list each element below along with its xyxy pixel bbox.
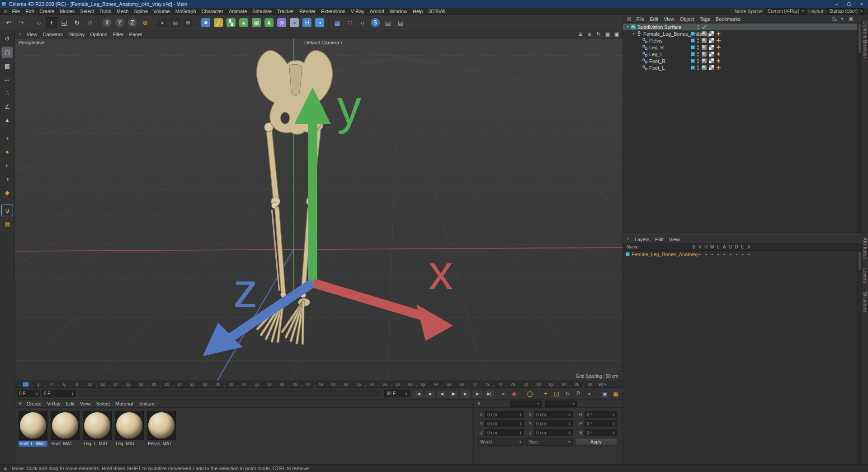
- mograph-icon[interactable]: ▚: [225, 17, 237, 29]
- menu-v-ray[interactable]: V-Ray: [348, 8, 367, 15]
- star-tag[interactable]: [716, 44, 722, 50]
- viewport-solo-off-icon[interactable]: ●: [1, 146, 13, 157]
- texture-tag[interactable]: [708, 38, 714, 43]
- layer-toggle-a[interactable]: ●: [722, 253, 727, 256]
- star-tag[interactable]: [716, 38, 722, 43]
- export-icon[interactable]: ▤: [395, 17, 406, 29]
- menu-arnold[interactable]: Arnold: [367, 8, 387, 15]
- viewport-menu-filter[interactable]: Filter: [110, 30, 126, 38]
- star-tag[interactable]: [716, 51, 722, 57]
- layer-toggle-l[interactable]: ●: [715, 253, 721, 256]
- layer-row-female-leg-bones-anatomy[interactable]: Female_Leg_Bones_Anatomy●●●●●●●●●●: [623, 251, 862, 257]
- menu-tracker[interactable]: Tracker: [274, 8, 297, 15]
- last-tool-icon[interactable]: ↺: [84, 17, 95, 29]
- team-render-icon[interactable]: ▤: [382, 17, 394, 29]
- play-button[interactable]: ▶: [448, 389, 459, 398]
- menu-mograph[interactable]: MoGraph: [173, 8, 199, 15]
- menu-help[interactable]: Help: [410, 8, 426, 15]
- end-frame-field[interactable]: 90 F▲▼: [384, 390, 410, 397]
- menu-spline[interactable]: Spline: [131, 8, 151, 15]
- menu-mesh[interactable]: Mesh: [114, 8, 132, 15]
- materials-menu-texture[interactable]: Texture: [136, 400, 157, 407]
- render-view-icon[interactable]: ▸: [157, 17, 169, 29]
- layout-select[interactable]: Startup (User)▾: [827, 8, 864, 14]
- coords-mode-select[interactable]: ▾: [510, 400, 542, 407]
- layers-scrollbar[interactable]: [857, 251, 862, 464]
- record-keyframe-icon[interactable]: ●: [498, 389, 508, 398]
- edges-mode-icon[interactable]: ∠: [1, 100, 13, 112]
- material-sphere[interactable]: [83, 411, 112, 440]
- render-settings-icon[interactable]: ⊛: [182, 17, 194, 29]
- phong-tag[interactable]: [701, 51, 707, 57]
- visibility-dots[interactable]: [696, 45, 700, 50]
- coords-size-select[interactable]: Size▾: [526, 438, 573, 446]
- visibility-dots[interactable]: [696, 66, 700, 70]
- phong-tag[interactable]: [701, 58, 707, 64]
- viewport-menu-cameras[interactable]: Cameras: [40, 30, 66, 38]
- goto-start-button[interactable]: |◀: [413, 389, 424, 398]
- field-icon[interactable]: ◑: [314, 17, 326, 29]
- menu-grid-icon[interactable]: ▤: [2, 9, 9, 14]
- zoom-view-icon[interactable]: ⊕: [585, 31, 594, 38]
- key-pla-icon[interactable]: ≈: [584, 389, 594, 398]
- phong-tag[interactable]: [701, 65, 707, 71]
- tree-row-subdivision-surface[interactable]: ▾Subdivision Surface: [623, 24, 862, 30]
- undo-icon[interactable]: ↶: [3, 17, 14, 29]
- pan-view-icon[interactable]: ⊞: [576, 31, 585, 38]
- object-manager-scrollbar[interactable]: [857, 23, 862, 233]
- menu-simulate[interactable]: Simulate: [250, 8, 274, 15]
- coord-field-z-1[interactable]: 0 cm▲▼: [534, 429, 573, 436]
- volume-icon[interactable]: ▦: [250, 17, 262, 29]
- texture-tag[interactable]: [708, 44, 714, 50]
- check-tag[interactable]: [701, 24, 707, 30]
- expander-icon[interactable]: ▾: [631, 32, 636, 36]
- star-tag[interactable]: [716, 58, 722, 64]
- layer-toggle-e[interactable]: ●: [740, 253, 745, 256]
- prev-key-button[interactable]: ◀·: [425, 389, 435, 398]
- scene-nodes-icon[interactable]: S: [369, 17, 381, 29]
- coord-field-h-2[interactable]: 0 °▲▼: [585, 411, 617, 418]
- coord-field-x-0[interactable]: 0 cm▲▼: [485, 411, 524, 418]
- menu-3dtoall[interactable]: 3DToAll: [425, 8, 448, 15]
- texture-tag[interactable]: [708, 31, 714, 37]
- menu-extensions[interactable]: Extensions: [318, 8, 348, 15]
- layers-menu-edit[interactable]: Edit: [652, 236, 666, 243]
- enable-snap-icon[interactable]: ∪: [1, 205, 13, 216]
- scale-tool-icon[interactable]: ◱: [58, 17, 70, 29]
- coords-world-select[interactable]: World▾: [477, 438, 524, 446]
- texture-mode-icon[interactable]: ▩: [1, 60, 13, 72]
- material-sphere[interactable]: [147, 411, 176, 440]
- move-tool-icon[interactable]: +: [46, 17, 57, 29]
- render-picture-viewer-icon[interactable]: ▤: [170, 17, 181, 29]
- visibility-dots[interactable]: [696, 59, 700, 63]
- material-sphere[interactable]: [115, 411, 144, 440]
- single-view-icon[interactable]: ▣: [613, 31, 621, 38]
- coords-space-select[interactable]: ▾: [545, 400, 577, 407]
- tree-row-foot-l[interactable]: Foot_L: [623, 64, 862, 71]
- menu-modes[interactable]: Modes: [57, 8, 77, 15]
- visibility-dots[interactable]: [696, 32, 700, 36]
- texture-tag[interactable]: [708, 58, 714, 64]
- make-editable-icon[interactable]: ↺: [1, 33, 13, 44]
- material-item[interactable]: Foot_L_MAT: [19, 411, 47, 447]
- minimal-ui-icon[interactable]: ▦: [611, 389, 621, 398]
- layer-toggle-g[interactable]: ●: [727, 253, 733, 256]
- layer-color-chip[interactable]: [626, 252, 630, 256]
- key-rotation-icon[interactable]: ↻: [562, 389, 572, 398]
- menu-file[interactable]: File: [9, 8, 23, 15]
- coordinates-menu-icon[interactable]: ≡: [476, 401, 483, 406]
- layer-toggle-m[interactable]: ●: [709, 253, 715, 256]
- viewport-solo-single-icon[interactable]: ◐: [1, 159, 13, 171]
- dock-tab-layers[interactable]: Layers: [863, 268, 868, 283]
- menu-character[interactable]: Character: [199, 8, 226, 15]
- minimize-button[interactable]: –: [830, 0, 843, 8]
- viewport-menu-panel[interactable]: Panel: [127, 30, 145, 38]
- coord-field-p-2[interactable]: 0 °▲▼: [585, 420, 617, 427]
- layer-color-chip[interactable]: [691, 45, 695, 49]
- node-space-select[interactable]: Current (V-Ray)▾: [765, 8, 806, 14]
- power-slider[interactable]: [79, 391, 381, 396]
- object-manager-menu-bookmarks[interactable]: Bookmarks: [713, 15, 743, 23]
- materials-menu-icon[interactable]: ≡: [17, 401, 24, 406]
- lock-y-axis-icon[interactable]: Y: [114, 17, 126, 29]
- playback-solo-icon[interactable]: ▣: [600, 389, 610, 398]
